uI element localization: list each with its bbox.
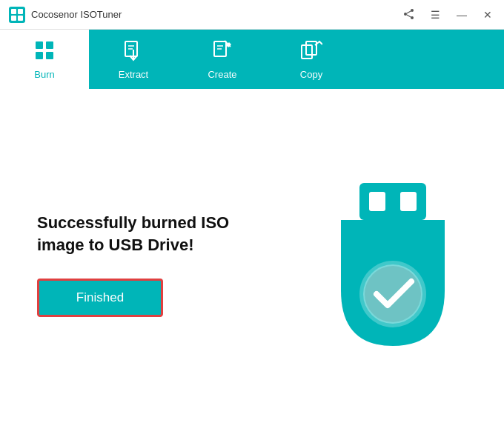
app-title: Cocosenor ISOTuner [31,9,401,20]
tab-burn[interactable]: Burn [0,30,89,89]
title-bar: Cocosenor ISOTuner ☰ — ✕ [0,0,504,30]
svg-rect-20 [369,192,385,211]
main-content: Successfully burned ISO image to USB Dri… [0,89,504,440]
minimize-button[interactable]: — [454,8,470,21]
tab-copy-label: Copy [300,69,322,80]
svg-point-7 [411,16,414,19]
extract-icon [122,39,145,64]
svg-point-24 [365,266,421,322]
svg-rect-2 [18,9,23,14]
tab-copy[interactable]: Copy [267,30,356,89]
app-logo [9,7,25,23]
tab-extract[interactable]: Extract [89,30,178,89]
svg-rect-1 [11,9,16,14]
share-button[interactable] [401,7,417,22]
success-message: Successfully burned ISO image to USB Dri… [37,212,230,256]
window-controls: ☰ — ✕ [401,7,495,22]
menu-button[interactable]: ☰ [428,8,443,21]
copy-icon [300,39,322,64]
create-icon [211,39,233,64]
svg-rect-3 [11,16,16,21]
tab-create-label: Create [208,69,236,80]
svg-line-8 [407,11,411,13]
close-button[interactable]: ✕ [480,8,495,21]
usb-icon [326,183,460,346]
tab-create[interactable]: Create [178,30,267,89]
usb-illustration [326,183,460,346]
svg-rect-4 [18,16,23,21]
svg-rect-13 [46,52,53,59]
svg-rect-10 [36,41,43,49]
svg-rect-12 [36,52,43,59]
tab-bar: Burn Extract Create [0,30,504,89]
finished-button[interactable]: Finished [37,279,163,317]
svg-point-5 [411,9,414,12]
svg-point-6 [404,13,407,16]
left-section: Successfully burned ISO image to USB Dri… [37,212,230,316]
tab-burn-label: Burn [34,69,54,80]
tab-extract-label: Extract [119,69,148,80]
burn-icon [33,39,56,64]
svg-rect-11 [46,41,53,49]
svg-line-9 [407,15,411,17]
svg-rect-21 [400,192,417,211]
